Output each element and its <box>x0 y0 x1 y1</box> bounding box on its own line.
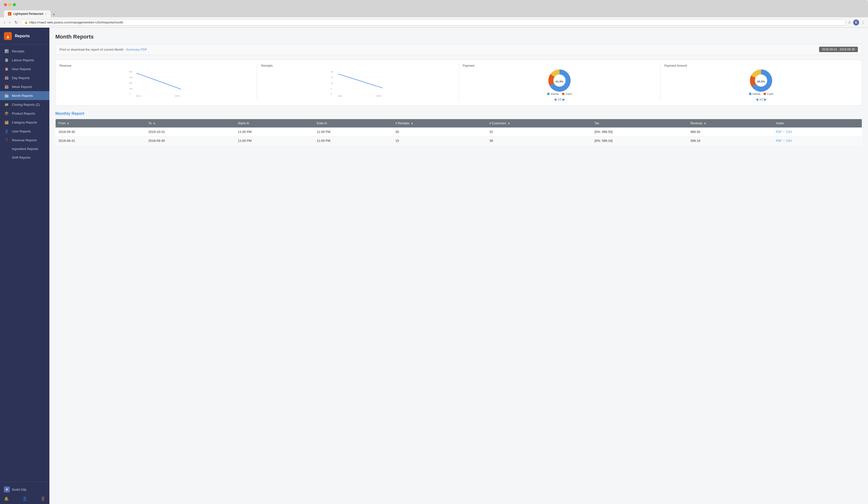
cell-revenue: 986.50 <box>688 127 773 136</box>
payment-amount-chart: Payment Amount 66.5% <box>664 64 858 101</box>
cell-from: 2018-09-30 <box>55 127 145 136</box>
traffic-lights <box>4 3 16 6</box>
sidebar-item-receipts[interactable]: 📊 Receipts <box>0 47 49 55</box>
main-content: Month Reports Print or download the repo… <box>49 28 868 504</box>
sidebar-item-day[interactable]: 📅 Day Reports <box>0 73 49 82</box>
tab-close-button[interactable]: × <box>45 13 47 15</box>
col-ends-at: Ends At <box>314 119 393 128</box>
interac-dot <box>547 93 550 95</box>
sidebar-item-revenue[interactable]: ❓ Revenue Reports <box>0 136 49 145</box>
report-banner: Print or download the report of current … <box>55 44 862 55</box>
cell-revenue: 589.18 <box>688 136 773 145</box>
payment-prev-button[interactable]: ◀ <box>554 97 557 101</box>
notification-button[interactable]: 🔔 <box>4 496 9 501</box>
closing-icon: 📁 <box>4 103 9 106</box>
col-receipts[interactable]: # Receipts ⇅ <box>393 119 486 128</box>
sidebar-item-label: Labour Reports <box>12 58 34 62</box>
user-profile-button[interactable]: 👤 <box>22 496 27 501</box>
sidebar-item-hour[interactable]: ⏰ Hour Reports <box>0 64 49 73</box>
sidebar-location[interactable]: M Sushi City <box>4 485 45 494</box>
address-text: https://nae2-web.posios.com/management/e… <box>29 21 842 24</box>
receipts-chart-title: Receipts <box>261 64 455 68</box>
table-header: From ⇅ To ⇅ Starts At Ends At # Receipts… <box>55 119 862 128</box>
cell-to: 2018-09-30 <box>145 136 235 145</box>
tab-favicon: L <box>8 12 11 16</box>
svg-text:08/31: 08/31 <box>338 95 343 96</box>
summary-pdf-link[interactable]: Summary PDF <box>126 48 147 51</box>
col-to[interactable]: To ⇅ <box>145 119 235 128</box>
sidebar-item-week[interactable]: 📆 Week Reports <box>0 82 49 91</box>
sidebar-item-ingredient[interactable]: Ingredient Reports <box>0 145 49 153</box>
address-bar[interactable]: 🔒 https://nae2-web.posios.com/management… <box>21 19 846 25</box>
monthly-report-table: From ⇅ To ⇅ Starts At Ends At # Receipts… <box>55 119 862 145</box>
sidebar-item-closing[interactable]: 📁 Closing Reports (Z) <box>0 100 49 109</box>
cell-customers: 38 <box>486 136 592 145</box>
payment-chart-title: Payment <box>463 64 656 68</box>
cell-receipts: 15 <box>393 136 486 145</box>
reload-button[interactable]: ↻ <box>13 20 19 25</box>
payment-amount-prev-button[interactable]: ◀ <box>756 97 758 101</box>
bookmark-button[interactable]: ☆ <box>848 20 851 25</box>
sidebar-item-user[interactable]: 👤 User Reports <box>0 127 49 136</box>
legend-interac: Interac <box>547 92 559 95</box>
table-row: 2018-08-31 2018-09-30 11:00 PM 11:00 PM … <box>55 136 862 145</box>
col-from[interactable]: From ⇅ <box>55 119 145 128</box>
sidebar-item-product[interactable]: 📦 Product Reports <box>0 109 49 118</box>
csv-link-row1[interactable]: CSV <box>786 130 792 134</box>
forward-button[interactable]: › <box>8 20 11 25</box>
col-starts-at: Starts At <box>235 119 314 128</box>
sidebar-item-label: Ingredient Reports <box>12 147 38 151</box>
payment-center-label: 61.9% <box>556 80 564 83</box>
user-avatar: E <box>853 20 859 25</box>
logout-button[interactable]: 🚪 <box>41 496 45 501</box>
minimize-window-button[interactable] <box>8 3 11 6</box>
sidebar-item-label: Month Reports <box>12 94 33 97</box>
date-range-badge: 2018-09-01 - 2018-09-30 <box>819 47 858 52</box>
menu-button[interactable]: ⋮ <box>861 20 865 25</box>
receipts-chart: Receipts 20 15 10 5 0 08/31 <box>261 64 455 101</box>
sidebar-item-month[interactable]: 🗓️ Month Reports <box>0 91 49 100</box>
svg-text:150: 150 <box>129 88 133 90</box>
charts-row: Revenue 600 450 300 150 0 <box>55 60 862 105</box>
payment-pie-wrap: 61.9% Interac Cash <box>463 70 656 101</box>
browser-window: L Lightspeed Restaurant × + ‹ › ↻ 🔒 http… <box>0 0 868 504</box>
payment-amount-center-label: 66.5% <box>757 80 765 83</box>
week-icon: 📆 <box>4 85 9 89</box>
sidebar: 🔥 Reports 📊 Receipts 📋 Labour Reports ⏰ … <box>0 28 49 504</box>
sidebar-item-label: User Reports <box>12 130 31 133</box>
cell-receipts: 30 <box>393 127 486 136</box>
tab-title: Lightspeed Restaurant <box>13 12 43 16</box>
svg-text:09/30: 09/30 <box>376 95 382 96</box>
svg-text:0: 0 <box>331 93 332 95</box>
legend-interac-2: Interac <box>749 92 761 95</box>
payment-amount-next-button[interactable]: ▶ <box>764 97 767 101</box>
pdf-link-row2[interactable]: PDF <box>776 139 782 143</box>
active-tab[interactable]: L Lightspeed Restaurant × <box>4 10 51 17</box>
sidebar-item-category[interactable]: 🗂️ Category Reports <box>0 118 49 127</box>
cell-starts-at: 11:00 PM <box>235 127 314 136</box>
close-window-button[interactable] <box>4 3 7 6</box>
back-button[interactable]: ‹ <box>3 20 6 25</box>
pdf-link-row1[interactable]: PDF <box>776 130 782 134</box>
legend-cash: Cash <box>562 92 572 95</box>
section-title: Monthly Report <box>55 111 862 116</box>
svg-text:5: 5 <box>331 88 332 90</box>
cell-ends-at: 11:00 PM <box>314 127 393 136</box>
payment-next-button[interactable]: ▶ <box>562 97 565 101</box>
col-revenue[interactable]: Revenue ⇅ <box>688 119 773 128</box>
sidebar-item-label: Day Reports <box>12 76 30 80</box>
maximize-window-button[interactable] <box>13 3 16 6</box>
sidebar-title: Reports <box>15 34 30 38</box>
new-tab-button[interactable]: + <box>51 12 57 17</box>
receipts-line-chart: 20 15 10 5 0 08/31 09/30 <box>261 70 455 96</box>
tab-bar: L Lightspeed Restaurant × + <box>0 9 868 17</box>
sidebar-item-labour[interactable]: 📋 Labour Reports <box>0 55 49 64</box>
col-customers[interactable]: # Customers ⇅ <box>486 119 592 128</box>
sidebar-logo: 🔥 <box>4 32 12 40</box>
sidebar-item-shift[interactable]: Shift Reports <box>0 153 49 162</box>
csv-link-row2[interactable]: CSV <box>786 139 792 143</box>
profile-button[interactable]: E <box>853 20 859 25</box>
logo-icon: 🔥 <box>6 34 10 39</box>
sidebar-item-label: Shift Reports <box>12 156 30 160</box>
cell-action: PDF / CSV <box>773 136 862 145</box>
